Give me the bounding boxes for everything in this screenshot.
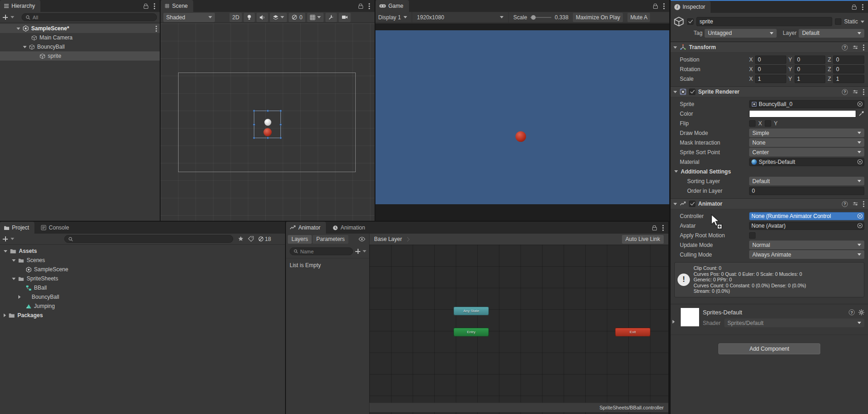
rotation-z-field[interactable]: 0 [833,65,864,73]
display-dropdown[interactable]: Display 1 [378,14,407,21]
parameters-tab-button[interactable]: Parameters [313,235,348,244]
foldout-icon[interactable] [18,295,21,299]
scene-kebab-icon[interactable] [156,28,157,29]
hidden-count-badge[interactable]: 18 [258,236,271,242]
layer-dropdown[interactable]: Default [799,29,864,38]
gameobject-name-field[interactable]: sprite [696,17,832,26]
lock-icon[interactable] [653,6,658,9]
search-by-type-icon[interactable] [238,236,244,242]
sorting-layer-dropdown[interactable]: Default [749,177,864,185]
project-folder-row[interactable]: Packages [0,311,285,320]
animator-graph[interactable]: Any State Entry Exit [370,245,668,414]
foldout-icon[interactable] [23,46,27,48]
component-enabled-checkbox[interactable] [689,89,695,95]
shader-dropdown[interactable]: Sprites/Default [724,319,864,327]
grid-visibility-button[interactable] [307,13,324,22]
layers-search-input[interactable] [300,249,349,254]
foldout-icon[interactable] [4,250,7,252]
presets-icon[interactable] [852,201,858,207]
project-asset-row[interactable]: BBall [0,283,285,292]
foldout-icon[interactable] [673,91,677,93]
foldout-icon[interactable] [12,278,16,280]
position-y-field[interactable]: 0 [795,56,826,64]
tab-animator[interactable]: Animator [286,222,326,234]
state-node-entry[interactable]: Entry [454,328,489,336]
selection-handle[interactable] [267,137,269,139]
tag-dropdown[interactable]: Untagged [705,29,777,38]
foldout-icon[interactable] [673,203,677,205]
update-mode-dropdown[interactable]: Normal [749,241,864,249]
selection-handle[interactable] [280,137,282,139]
state-node-any-state[interactable]: Any State [454,307,489,315]
project-asset-row[interactable]: SampleScene [0,265,285,274]
object-picker-icon[interactable] [857,223,863,229]
sprite-renderer-header[interactable]: Sprite Renderer [671,86,868,97]
selection-handle[interactable] [253,137,255,139]
state-node-exit[interactable]: Exit [615,328,650,336]
maximize-on-play-button[interactable]: Maximize On Play [573,13,623,22]
lock-icon[interactable] [852,6,857,10]
help-icon[interactable] [849,309,855,315]
position-x-field[interactable]: 0 [755,56,786,64]
foldout-icon[interactable] [674,170,678,173]
create-dropdown-icon[interactable] [11,238,14,240]
hierarchy-search-input[interactable] [33,15,153,20]
breadcrumb-base-layer[interactable]: Base Layer [374,236,402,242]
lighting-toggle-button[interactable] [244,13,255,22]
selection-handle[interactable] [280,123,282,126]
color-swatch[interactable] [749,110,856,117]
create-dropdown-icon[interactable] [11,16,14,18]
selection-handle[interactable] [253,123,255,126]
project-search[interactable] [64,235,233,243]
foldout-icon[interactable] [17,28,20,30]
tools-button[interactable] [325,13,337,22]
project-asset-row[interactable]: BouncyBall [0,292,285,302]
shading-mode-dropdown[interactable]: Shaded [163,13,215,22]
selection-handle[interactable] [267,110,269,112]
position-z-field[interactable]: 0 [833,56,864,64]
foldout-icon[interactable] [12,259,16,262]
foldout-icon[interactable] [673,46,677,49]
avatar-object-field[interactable]: None (Avatar) [749,222,864,230]
tab-hierarchy[interactable]: Hierarchy [0,0,40,12]
add-layer-icon[interactable] [355,249,360,254]
static-dropdown-caret[interactable] [861,21,864,23]
scale-slider[interactable] [530,17,551,18]
help-icon[interactable] [842,201,848,207]
project-search-input[interactable] [75,236,230,242]
tab-inspector[interactable]: i Inspector [671,1,711,13]
foldout-icon[interactable] [672,320,675,324]
hidden-objects-button[interactable]: 0 [289,13,305,22]
material-object-field[interactable]: Sprites-Default [749,158,864,166]
lock-icon[interactable] [358,6,363,9]
kebab-menu-icon[interactable] [862,6,863,8]
flip-y-checkbox[interactable] [765,120,771,127]
presets-icon[interactable] [852,45,858,50]
mute-audio-button[interactable]: Mute A [627,13,650,22]
static-checkbox[interactable] [835,18,841,25]
object-picker-icon[interactable] [857,213,863,219]
toggle-2d-button[interactable]: 2D [230,13,242,22]
scene-root-row[interactable]: SampleScene* [0,24,160,33]
selection-handle[interactable] [253,110,255,112]
tab-project[interactable]: Project [0,222,34,234]
kebab-menu-icon[interactable] [663,6,665,7]
object-picker-icon[interactable] [857,159,863,165]
additional-settings-foldout[interactable]: Additional Settings [671,167,868,176]
kebab-menu-icon[interactable] [154,6,155,7]
foldout-icon[interactable] [4,313,6,317]
lock-icon[interactable] [144,6,148,9]
camera-preview-button[interactable] [339,13,351,22]
game-viewport[interactable] [375,23,669,221]
help-icon[interactable] [842,89,848,95]
tab-scene[interactable]: Scene [161,0,193,12]
help-icon[interactable] [842,45,848,50]
project-asset-row[interactable]: Jumping [0,302,285,311]
kebab-menu-icon[interactable] [863,47,864,48]
transform-component-header[interactable]: Transform [671,42,868,53]
scene-viewport[interactable] [161,23,375,221]
active-checkbox[interactable] [687,18,694,25]
object-picker-icon[interactable] [857,101,863,107]
hierarchy-item-selected[interactable]: sprite [0,51,160,61]
animator-component-header[interactable]: Animator [671,198,868,209]
